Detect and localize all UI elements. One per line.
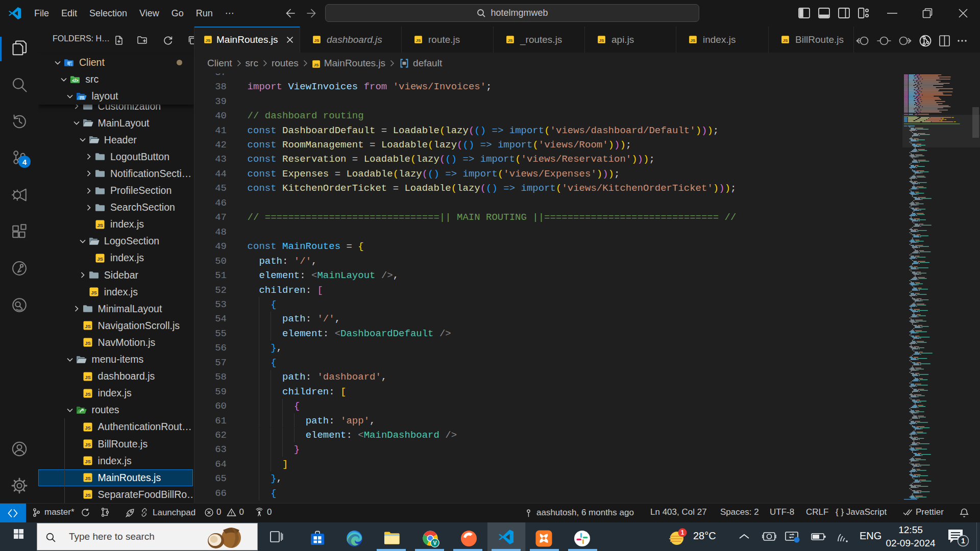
svg-text:JS: JS xyxy=(508,38,513,43)
svg-text:JS: JS xyxy=(85,492,91,498)
svg-text:JS: JS xyxy=(85,425,91,431)
svg-text:JS: JS xyxy=(85,323,91,329)
svg-text:JS: JS xyxy=(85,459,91,464)
svg-text:JS: JS xyxy=(599,38,605,43)
svg-text:JS: JS xyxy=(97,256,103,262)
svg-text:JS: JS xyxy=(85,340,91,346)
svg-text:1: 1 xyxy=(681,529,684,536)
svg-text:JS: JS xyxy=(783,38,789,43)
svg-text:JS: JS xyxy=(97,222,103,228)
svg-text:JS: JS xyxy=(691,38,696,43)
svg-text:JS: JS xyxy=(85,442,91,447)
svg-text:JS: JS xyxy=(416,38,422,43)
svg-text:V: V xyxy=(433,540,436,546)
svg-text:JS: JS xyxy=(85,475,91,481)
svg-text:JS: JS xyxy=(85,374,91,380)
svg-text:</>: </> xyxy=(72,78,78,83)
svg-text:JS: JS xyxy=(313,62,319,67)
svg-text:JS: JS xyxy=(206,38,211,43)
svg-text:1: 1 xyxy=(961,537,965,545)
svg-text:JS: JS xyxy=(314,38,320,43)
svg-text:JS: JS xyxy=(85,391,91,397)
svg-text:JS: JS xyxy=(91,290,97,295)
